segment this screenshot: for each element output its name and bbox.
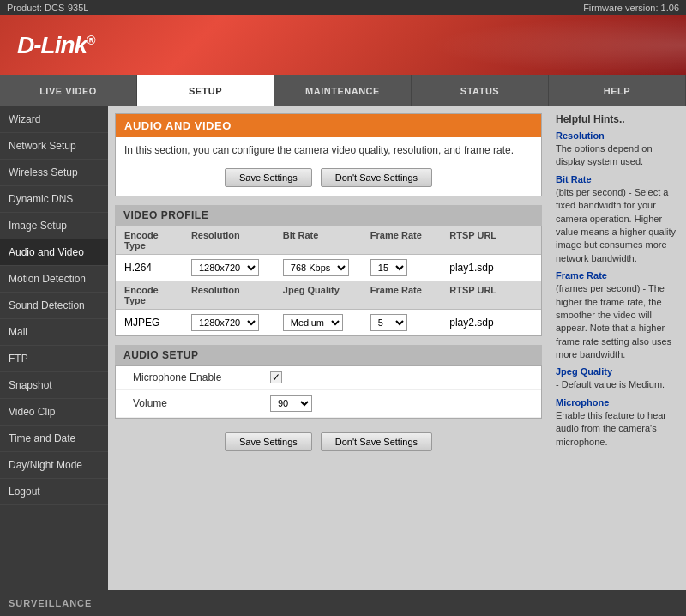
video-row1-headers: Encode Type Resolution Bit Rate Frame Ra…: [116, 226, 541, 255]
volume-row: Volume 90 80 70 60 50 100: [116, 390, 541, 418]
encode-type-value-2: MJPEG: [124, 317, 178, 329]
resolution-col-header-2: Resolution: [191, 285, 270, 305]
dont-save-settings-button-bottom[interactable]: Don't Save Settings: [321, 432, 432, 451]
video-row2-headers: Encode Type Resolution Jpeg Quality Fram…: [116, 281, 541, 310]
dont-save-settings-button-top[interactable]: Don't Save Settings: [321, 168, 432, 187]
hint-framerate-text: (frames per second) - The higher the fra…: [556, 282, 679, 361]
audio-setup-section: AUDIO SETUP Microphone Enable ✓ Volume 9…: [115, 345, 542, 419]
framerate-col-header: Frame Rate: [370, 230, 436, 251]
sidebar-item-wireless-setup[interactable]: Wireless Setup: [0, 160, 108, 186]
save-settings-button-top[interactable]: Save Settings: [225, 168, 312, 187]
sidebar-item-day-night[interactable]: Day/Night Mode: [0, 452, 108, 479]
sidebar: Wizard Network Setup Wireless Setup Dyna…: [0, 106, 108, 590]
encode-type-col-header-2: Encode Type: [124, 285, 178, 305]
audio-video-section: AUDIO AND VIDEO In this section, you can…: [115, 113, 542, 196]
hints-panel: Helpful Hints.. Resolution The options d…: [549, 106, 686, 590]
hint-bitrate-title: Bit Rate: [556, 174, 679, 184]
sidebar-item-dynamic-dns[interactable]: Dynamic DNS: [0, 186, 108, 213]
sidebar-item-time-date[interactable]: Time and Date: [0, 426, 108, 452]
framerate-dropdown-2[interactable]: 5 15 30 10 1: [370, 314, 407, 331]
hint-jpeg-text: - Default value is Medium.: [556, 378, 679, 391]
rtsp-url-1: play1.sdp: [449, 262, 533, 274]
tab-maintenance[interactable]: MAINTENANCE: [274, 75, 412, 106]
microphone-row: Microphone Enable ✓: [116, 366, 541, 390]
tab-help[interactable]: HELP: [549, 75, 686, 106]
hint-framerate-title: Frame Rate: [556, 270, 679, 281]
hint-mic-title: Microphone: [556, 397, 679, 408]
sidebar-item-motion-detection[interactable]: Motion Detection: [0, 266, 108, 293]
bottom-button-row: Save Settings Don't Save Settings: [115, 427, 542, 460]
header: D-Link®: [0, 15, 686, 75]
sidebar-item-image-setup[interactable]: Image Setup: [0, 213, 108, 239]
hint-bitrate-text: (bits per second) - Select a fixed bandw…: [556, 186, 679, 265]
sidebar-item-wizard[interactable]: Wizard: [0, 106, 108, 133]
resolution-dropdown-1[interactable]: 1280x720 640x480 320x240: [191, 259, 259, 276]
resolution-select-1[interactable]: 1280x720 640x480 320x240: [191, 259, 270, 276]
hints-title: Helpful Hints..: [556, 113, 679, 125]
quality-select-2[interactable]: Medium Low High: [283, 314, 358, 331]
section-description: In this section, you can configure the c…: [116, 137, 541, 163]
resolution-col-header: Resolution: [191, 230, 270, 251]
save-settings-button-bottom[interactable]: Save Settings: [225, 432, 312, 451]
framerate-dropdown-1[interactable]: 15 30 10 5 1: [370, 259, 407, 276]
audio-setup-header: AUDIO SETUP: [115, 345, 542, 365]
mic-label: Microphone Enable: [133, 371, 253, 383]
tab-setup[interactable]: SETUP: [137, 75, 274, 106]
product-label: Product: DCS-935L: [7, 3, 88, 13]
encode-type-value: H.264: [124, 262, 178, 274]
top-button-row: Save Settings Don't Save Settings: [116, 163, 541, 196]
sidebar-item-audio-video[interactable]: Audio and Video: [0, 239, 108, 266]
hint-mic-text: Enable this feature to hear audio from t…: [556, 409, 679, 449]
bottom-bar: SURVEILLANCE: [0, 590, 686, 616]
main-layout: Wizard Network Setup Wireless Setup Dyna…: [0, 106, 686, 590]
encode-type-col-header: Encode Type: [124, 230, 178, 251]
sidebar-item-mail[interactable]: Mail: [0, 319, 108, 346]
video-profile-box: Encode Type Resolution Bit Rate Frame Ra…: [115, 226, 542, 336]
bitrate-dropdown-1[interactable]: 768 Kbps 512 Kbps 256 Kbps 1 Mbps: [283, 259, 349, 276]
hint-jpeg-title: Jpeg Quality: [556, 366, 679, 377]
video-row1-values: H.264 1280x720 640x480 320x240 768 Kbps: [116, 255, 541, 281]
sidebar-item-network-setup[interactable]: Network Setup: [0, 133, 108, 160]
video-profile-section: VIDEO PROFILE Encode Type Resolution Bit…: [115, 205, 542, 336]
resolution-dropdown-2[interactable]: 1280x720 640x480 320x240: [191, 314, 259, 331]
framerate-select-2[interactable]: 5 15 30 10 1: [370, 314, 436, 331]
firmware-label: Firmware version: 1.06: [583, 3, 679, 13]
rtsp-col-header: RTSP URL: [449, 230, 533, 251]
sidebar-item-logout[interactable]: Logout: [0, 479, 108, 505]
tab-live-video[interactable]: LIVE VIDEO: [0, 75, 137, 106]
section-title: AUDIO AND VIDEO: [116, 114, 541, 137]
resolution-select-2[interactable]: 1280x720 640x480 320x240: [191, 314, 270, 331]
sidebar-item-snapshot[interactable]: Snapshot: [0, 372, 108, 399]
sidebar-item-video-clip[interactable]: Video Clip: [0, 399, 108, 426]
audio-setup-box: Microphone Enable ✓ Volume 90 80 70 60 5…: [115, 365, 542, 419]
dlink-logo: D-Link®: [17, 32, 94, 59]
bitrate-select-1[interactable]: 768 Kbps 512 Kbps 256 Kbps 1 Mbps: [283, 259, 358, 276]
rtsp-url-2: play2.sdp: [449, 317, 533, 329]
bottom-label: SURVEILLANCE: [9, 598, 92, 608]
content-area: AUDIO AND VIDEO In this section, you can…: [108, 106, 549, 590]
top-bar: Product: DCS-935L Firmware version: 1.06: [0, 0, 686, 15]
framerate-col-header-2: Frame Rate: [370, 285, 436, 305]
quality-col-header: Jpeg Quality: [283, 285, 358, 305]
volume-label: Volume: [133, 397, 253, 409]
volume-dropdown[interactable]: 90 80 70 60 50 100: [270, 395, 312, 412]
quality-dropdown-2[interactable]: Medium Low High: [283, 314, 343, 331]
video-row2-values: MJPEG 1280x720 640x480 320x240 Medium: [116, 310, 541, 335]
sidebar-item-sound-detection[interactable]: Sound Detection: [0, 293, 108, 319]
bitrate-col-header: Bit Rate: [283, 230, 358, 251]
framerate-select-1[interactable]: 15 30 10 5 1: [370, 259, 436, 276]
hint-resolution-title: Resolution: [556, 130, 679, 141]
rtsp-col-header-2: RTSP URL: [449, 285, 533, 305]
tab-status[interactable]: STATUS: [412, 75, 549, 106]
hint-resolution-text: The options depend on display system use…: [556, 142, 679, 169]
nav-tabs: LIVE VIDEO SETUP MAINTENANCE STATUS HELP: [0, 75, 686, 106]
video-profile-header: VIDEO PROFILE: [115, 205, 542, 226]
sidebar-item-ftp[interactable]: FTP: [0, 346, 108, 372]
mic-checkbox[interactable]: ✓: [270, 371, 282, 383]
